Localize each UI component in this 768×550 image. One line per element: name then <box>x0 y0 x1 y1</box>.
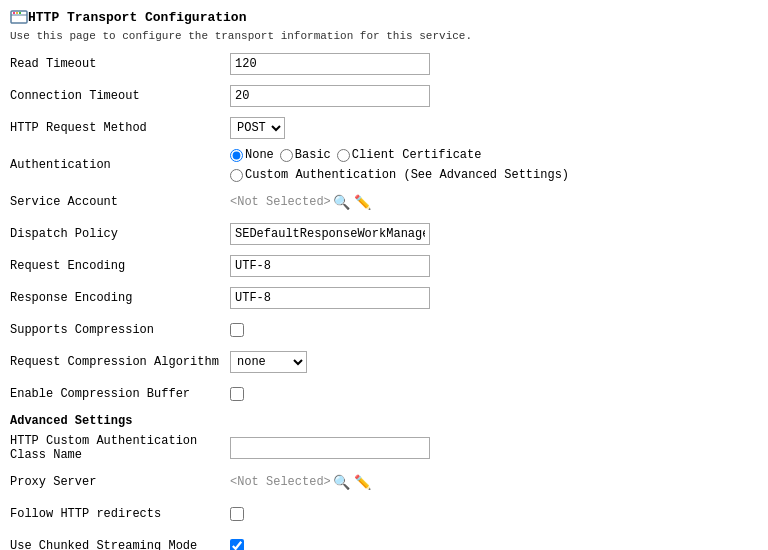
read-timeout-row: Read Timeout <box>10 52 758 76</box>
http-request-method-row: HTTP Request Method POST GET <box>10 116 758 140</box>
http-custom-auth-control <box>230 437 758 459</box>
response-encoding-row: Response Encoding <box>10 286 758 310</box>
connection-timeout-control <box>230 85 758 107</box>
response-encoding-label: Response Encoding <box>10 291 230 305</box>
request-encoding-row: Request Encoding <box>10 254 758 278</box>
authentication-control: None Basic Client Certificate Custom Aut… <box>230 148 758 182</box>
http-custom-auth-label: HTTP Custom Authentication Class Name <box>10 434 230 462</box>
supports-compression-control <box>230 323 758 337</box>
page-header: HTTP Transport Configuration <box>10 8 758 26</box>
supports-compression-checkbox[interactable] <box>230 323 244 337</box>
proxy-server-edit-button[interactable]: ✏️ <box>352 474 373 490</box>
proxy-server-label: Proxy Server <box>10 475 230 489</box>
supports-compression-row: Supports Compression <box>10 318 758 342</box>
follow-redirects-label: Follow HTTP redirects <box>10 507 230 521</box>
request-compression-algorithm-control: none gzip deflate <box>230 351 758 373</box>
proxy-server-control: <Not Selected> 🔍 ✏️ <box>230 474 758 490</box>
http-custom-auth-input[interactable] <box>230 437 430 459</box>
supports-compression-label: Supports Compression <box>10 323 230 337</box>
http-request-method-control: POST GET <box>230 117 758 139</box>
compression-algorithm-select[interactable]: none gzip deflate <box>230 351 307 373</box>
service-account-control: <Not Selected> 🔍 ✏️ <box>230 194 758 210</box>
response-encoding-input[interactable] <box>230 287 430 309</box>
service-account-label: Service Account <box>10 195 230 209</box>
dispatch-policy-row: Dispatch Policy <box>10 222 758 246</box>
use-chunked-label: Use Chunked Streaming Mode <box>10 539 230 550</box>
auth-basic-option[interactable]: Basic <box>280 148 331 162</box>
use-chunked-control <box>230 539 758 550</box>
http-request-method-select[interactable]: POST GET <box>230 117 285 139</box>
proxy-server-value: <Not Selected> <box>230 475 331 489</box>
response-encoding-control <box>230 287 758 309</box>
service-account-value: <Not Selected> <box>230 195 331 209</box>
request-compression-algorithm-row: Request Compression Algorithm none gzip … <box>10 350 758 374</box>
http-transport-icon <box>10 8 28 26</box>
request-compression-algorithm-label: Request Compression Algorithm <box>10 355 230 369</box>
proxy-server-search-button[interactable]: 🔍 <box>331 474 352 490</box>
proxy-server-row: Proxy Server <Not Selected> 🔍 ✏️ <box>10 470 758 494</box>
enable-compression-buffer-row: Enable Compression Buffer <box>10 382 758 406</box>
connection-timeout-label: Connection Timeout <box>10 89 230 103</box>
request-encoding-input[interactable] <box>230 255 430 277</box>
authentication-label: Authentication <box>10 158 230 172</box>
auth-custom-label: Custom Authentication (See Advanced Sett… <box>245 168 569 182</box>
request-encoding-control <box>230 255 758 277</box>
use-chunked-row: Use Chunked Streaming Mode <box>10 534 758 550</box>
follow-redirects-checkbox[interactable] <box>230 507 244 521</box>
auth-client-cert-radio[interactable] <box>337 149 350 162</box>
auth-client-cert-option[interactable]: Client Certificate <box>337 148 482 162</box>
auth-none-radio[interactable] <box>230 149 243 162</box>
auth-custom-radio[interactable] <box>230 169 243 182</box>
service-account-row: Service Account <Not Selected> 🔍 ✏️ <box>10 190 758 214</box>
auth-none-option[interactable]: None <box>230 148 274 162</box>
auth-none-label: None <box>245 148 274 162</box>
read-timeout-input[interactable] <box>230 53 430 75</box>
auth-client-cert-label: Client Certificate <box>352 148 482 162</box>
page-container: HTTP Transport Configuration Use this pa… <box>0 0 768 550</box>
enable-compression-buffer-label: Enable Compression Buffer <box>10 387 230 401</box>
service-account-edit-button[interactable]: ✏️ <box>352 194 373 210</box>
connection-timeout-row: Connection Timeout <box>10 84 758 108</box>
enable-compression-buffer-control <box>230 387 758 401</box>
advanced-settings-header: Advanced Settings <box>10 414 758 428</box>
dispatch-policy-input[interactable] <box>230 223 430 245</box>
auth-custom-option[interactable]: Custom Authentication (See Advanced Sett… <box>230 168 569 182</box>
auth-basic-label: Basic <box>295 148 331 162</box>
request-encoding-label: Request Encoding <box>10 259 230 273</box>
enable-compression-buffer-checkbox[interactable] <box>230 387 244 401</box>
svg-point-4 <box>19 12 21 14</box>
http-request-method-label: HTTP Request Method <box>10 121 230 135</box>
follow-redirects-control <box>230 507 758 521</box>
dispatch-policy-label: Dispatch Policy <box>10 227 230 241</box>
http-custom-auth-row: HTTP Custom Authentication Class Name <box>10 434 758 462</box>
authentication-row: Authentication None Basic Client Certifi… <box>10 148 758 182</box>
read-timeout-label: Read Timeout <box>10 57 230 71</box>
page-description: Use this page to configure the transport… <box>10 30 758 42</box>
svg-point-2 <box>13 12 15 14</box>
connection-timeout-input[interactable] <box>230 85 430 107</box>
svg-point-3 <box>16 12 18 14</box>
read-timeout-control <box>230 53 758 75</box>
follow-redirects-row: Follow HTTP redirects <box>10 502 758 526</box>
use-chunked-checkbox[interactable] <box>230 539 244 550</box>
auth-basic-radio[interactable] <box>280 149 293 162</box>
page-title: HTTP Transport Configuration <box>28 10 246 25</box>
dispatch-policy-control <box>230 223 758 245</box>
service-account-search-button[interactable]: 🔍 <box>331 194 352 210</box>
